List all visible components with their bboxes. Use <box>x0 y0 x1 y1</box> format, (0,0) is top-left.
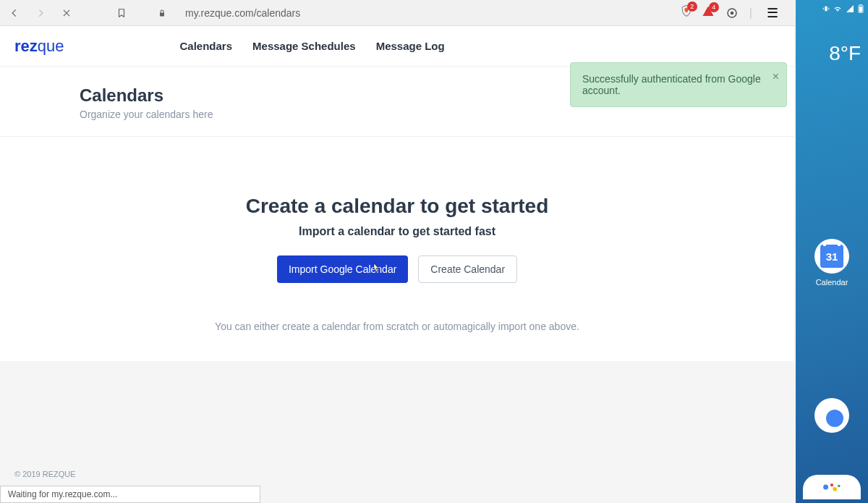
svg-rect-2 <box>825 7 827 12</box>
create-calendar-button[interactable]: Create Calendar <box>418 255 517 283</box>
footer-copyright: © 2019 REZQUE <box>14 470 809 478</box>
nav-links: Calendars Message Schedules Message Log <box>180 40 445 52</box>
hero-title: Create a calendar to get started <box>0 195 794 218</box>
cursor-icon <box>369 262 382 279</box>
calendar-app-icon[interactable]: 31 Calendar <box>812 239 852 287</box>
browser-status-bar: Waiting for my.rezque.com... <box>0 486 260 503</box>
signal-icon <box>846 5 854 12</box>
hamburger-menu-icon[interactable]: ☰ <box>761 5 784 21</box>
button-row: Import Google Calendar Create Calendar <box>0 255 794 283</box>
google-assistant-pill[interactable] <box>803 475 861 499</box>
profile-icon[interactable] <box>723 4 741 22</box>
vibrate-icon <box>822 5 830 12</box>
app-container: rezque Calendars Message Schedules Messa… <box>0 26 794 361</box>
toast-message: Successfully authenticated from Google a… <box>582 73 761 96</box>
extension-icon[interactable]: 4 <box>702 5 715 21</box>
nav-message-schedules[interactable]: Message Schedules <box>252 40 356 52</box>
logo-bold: rez <box>14 37 38 55</box>
weather-temp: 8°F <box>829 42 861 65</box>
stop-button[interactable] <box>58 4 75 22</box>
browser-toolbar: my.rezque.com/calendars 2 4 | ☰ <box>0 0 796 26</box>
svg-point-9 <box>838 485 841 488</box>
nav-calendars[interactable]: Calendars <box>180 40 233 52</box>
empty-state: Create a calendar to get started Import … <box>0 137 794 361</box>
logo-thin: que <box>38 37 64 55</box>
forward-button[interactable] <box>32 4 49 22</box>
help-text: You can either create a calendar from sc… <box>0 321 794 332</box>
svg-rect-5 <box>859 7 862 12</box>
svg-point-1 <box>731 11 734 14</box>
nav-message-log[interactable]: Message Log <box>376 40 445 52</box>
calendar-day-number: 31 <box>820 245 843 268</box>
logo[interactable]: rezque <box>14 37 64 56</box>
badge-count: 2 <box>687 1 697 12</box>
back-button[interactable] <box>6 4 23 22</box>
success-toast: Successfully authenticated from Google a… <box>570 62 787 107</box>
page-subtitle: Organize your calendars here <box>80 109 715 120</box>
toast-close-icon[interactable]: × <box>773 70 779 83</box>
url-bar[interactable]: my.rezque.com/calendars <box>185 7 671 19</box>
phone-home-strip: 8°F 31 Calendar <box>796 0 868 503</box>
app-header: rezque Calendars Message Schedules Messa… <box>0 26 794 67</box>
extensions-area: 2 4 | ☰ <box>680 4 790 22</box>
chrome-app-icon[interactable] <box>812 398 852 437</box>
phone-status-bar <box>796 0 868 13</box>
bookmark-icon[interactable] <box>113 4 130 22</box>
svg-rect-4 <box>860 4 861 5</box>
svg-point-7 <box>830 483 833 486</box>
svg-point-8 <box>833 487 837 491</box>
hero-subtitle: Import a calendar to get started fast <box>0 225 794 238</box>
import-google-calendar-button[interactable]: Import Google Calendar <box>277 255 408 283</box>
wifi-icon <box>833 5 842 12</box>
badge-count: 4 <box>709 2 719 12</box>
battery-icon <box>858 4 864 13</box>
brave-shield-icon[interactable]: 2 <box>680 4 693 22</box>
calendar-app-label: Calendar <box>816 278 848 287</box>
lock-icon <box>153 4 171 22</box>
svg-point-6 <box>823 485 828 490</box>
